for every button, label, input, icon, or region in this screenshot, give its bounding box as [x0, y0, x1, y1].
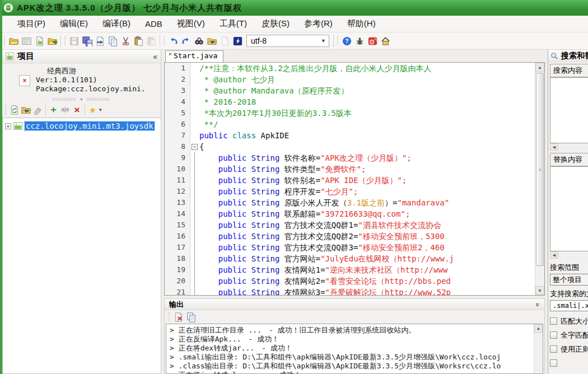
bug-icon[interactable]	[353, 35, 366, 48]
scrollbar-thumb[interactable]: ≡	[536, 73, 544, 266]
help-icon[interactable]: ?	[340, 35, 353, 48]
keyboard-icon[interactable]	[20, 35, 33, 48]
menu-item-4[interactable]: ADB	[138, 17, 170, 31]
folder-export-icon[interactable]	[46, 35, 59, 48]
code-line-18: 18 public String 官方网站="JulyEdu在线网校（http:…	[165, 253, 535, 264]
checkbox[interactable]	[550, 345, 557, 353]
menu-item-2[interactable]: 编辑(E)	[53, 16, 95, 31]
favorite-dropdown-icon[interactable]: ▾	[99, 107, 102, 113]
code-text: public String 软件类型="免费软件";	[199, 163, 366, 175]
search-panel-header: 搜索和替换	[548, 50, 588, 62]
scroll-left-icon[interactable]: ◀	[550, 143, 558, 151]
rename-icon[interactable]: a|e	[59, 104, 71, 116]
code-text: /**注意：本软件从3.2之后推出少月版，自此小米人少月版由本人	[199, 63, 432, 74]
chevron-down-icon: ▼	[321, 38, 326, 44]
fold-collapse-icon[interactable]: −	[190, 141, 199, 152]
output-collapse-icon[interactable]: »	[534, 302, 542, 306]
encoding-select[interactable]: utf-8▼	[246, 35, 329, 47]
scroll-down-icon[interactable]: ▼	[535, 286, 544, 295]
cut-icon[interactable]	[119, 35, 132, 48]
code-line-8: 8−{	[165, 141, 535, 152]
line-number: 19	[165, 264, 190, 275]
home-icon[interactable]	[379, 35, 392, 48]
output-vscrollbar[interactable]: ▲	[534, 324, 543, 373]
save-icon	[68, 35, 81, 48]
menu-item-8[interactable]: 参考(R)	[297, 16, 340, 31]
collapse-panel-button[interactable]: «	[153, 52, 157, 61]
tab-close-icon[interactable]: ×	[169, 52, 172, 57]
paste-special-icon	[145, 35, 158, 48]
project-panel-title: 项目	[17, 51, 34, 62]
output-line: > 正在反编译Apk... - 成功！	[170, 335, 539, 344]
redo-icon[interactable]	[180, 35, 193, 48]
scroll-up-icon[interactable]: ▲	[535, 63, 544, 72]
fold-margin	[190, 107, 199, 119]
tree-row[interactable]: + ccz.locojoy.mini.mt3.joysdk	[5, 121, 158, 130]
revert-icon[interactable]	[94, 35, 106, 48]
search-scope-select[interactable]: 整个项目	[550, 274, 588, 286]
checkbox[interactable]	[550, 331, 557, 339]
copy-output-icon[interactable]	[185, 311, 198, 324]
open-apk-folder-icon[interactable]	[7, 35, 20, 48]
undo-icon[interactable]	[167, 35, 180, 48]
refresh-icon[interactable]	[8, 104, 20, 116]
main-toolbar: utf-8▼?	[0, 32, 588, 50]
checkbox-label: 匹配大小写	[561, 316, 588, 326]
output-scroll-up-icon[interactable]: ▲	[534, 324, 543, 333]
menu-item-7[interactable]: 皮肤(S)	[254, 16, 297, 31]
menu-item-1[interactable]: 项目(P)	[10, 16, 53, 31]
menu-item-9[interactable]: 帮助(H)	[340, 16, 383, 31]
code-text: public String 联系邮箱="397216633@qq.com";	[199, 208, 410, 219]
replace-content-input[interactable]	[550, 166, 588, 251]
code-line-5: 5 *本次为2017年1月30日更新的3.3.5版本	[165, 107, 535, 119]
checkbox[interactable]	[550, 359, 557, 367]
eraser-icon[interactable]	[32, 104, 44, 116]
code-line-21: 21 public String 友情网站3="吾爱破解论坛（http://ww…	[165, 287, 535, 295]
search-hscrollbar[interactable]: ◀	[550, 143, 588, 151]
toolbar-grip	[168, 311, 171, 322]
fold-margin	[190, 130, 199, 141]
open-workdir-icon[interactable]	[20, 104, 32, 116]
code-line-11: 11 public String 软件别名="APK IDE（少月版）";	[165, 175, 535, 186]
find-icon[interactable]	[193, 35, 206, 48]
copy-icon[interactable]	[106, 35, 119, 48]
save-all-icon[interactable]	[81, 35, 94, 48]
filetypes-input[interactable]: .smali|.xml	[550, 300, 588, 311]
scroll-left-icon[interactable]: ◀	[550, 251, 558, 259]
delete-icon[interactable]: ×	[71, 104, 83, 116]
code-line-2: 2 * @author 七少月	[165, 74, 535, 85]
replace-hscrollbar[interactable]: ◀	[550, 251, 588, 259]
filetypes-label: 支持搜索的文件类型	[550, 289, 588, 299]
checkbox[interactable]	[550, 317, 557, 325]
menu-item-5[interactable]: 视图(V)	[170, 16, 212, 31]
search-option-row: 匹配大小写	[550, 317, 588, 325]
tree-item-label[interactable]: ccz.locojoy.mini.mt3.joysdk	[25, 121, 155, 130]
search-content-input[interactable]	[550, 77, 588, 143]
editor-vscrollbar[interactable]: ▲ ≡ ▼	[535, 63, 544, 295]
folder-back-icon[interactable]	[206, 35, 218, 48]
fold-margin	[190, 74, 199, 85]
output-line: > .class输出目录: D:\工具和组件\apk编辑器\ApkIDE最新3.…	[170, 362, 539, 371]
code-editor[interactable]: 1/**注意：本软件从3.2之后推出少月版，自此小米人少月版由本人2 * @au…	[164, 62, 545, 296]
search-content-label: 搜索内容	[550, 64, 588, 77]
menu-item-6[interactable]: 工具(T)	[212, 16, 254, 31]
code-text: * @author 七少月	[199, 74, 275, 85]
code-line-3: 3 * @author Mandarava（原程序开发）	[165, 85, 535, 96]
code-text: public String 官方网站="JulyEdu在线网校（http://w…	[199, 253, 454, 264]
compile-icon[interactable]	[231, 35, 244, 48]
toolbar-grip	[163, 35, 166, 46]
favorite-star-icon[interactable]: ★	[87, 104, 99, 116]
project-tree[interactable]: + ccz.locojoy.mini.mt3.joysdk	[2, 118, 161, 374]
tab-start-java[interactable]: × Start.java	[165, 50, 223, 62]
info-splitter[interactable]: ▲	[2, 96, 161, 102]
fold-margin	[190, 275, 199, 287]
clear-output-icon[interactable]	[172, 311, 185, 324]
code-text: public String 友情网站3="吾爱破解论坛（http://www.5…	[199, 287, 451, 295]
checkbox-label: 使用正则表达式	[561, 344, 588, 354]
paste-icon[interactable]	[132, 35, 145, 48]
image-page-icon[interactable]	[33, 35, 46, 48]
expand-icon[interactable]: +	[5, 123, 11, 129]
weibo-icon[interactable]	[366, 35, 379, 48]
add-icon[interactable]: ＋	[48, 104, 59, 116]
menu-item-3[interactable]: 编译(B)	[95, 16, 138, 31]
